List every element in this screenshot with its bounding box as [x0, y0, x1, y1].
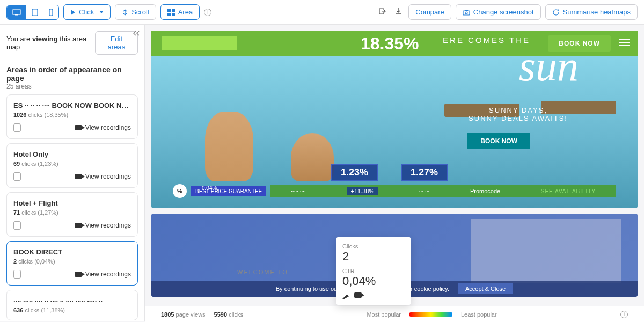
hero-image [184, 58, 387, 176]
device-selector [6, 5, 59, 20]
svg-rect-0 [13, 10, 20, 14]
tooltip-clicks-label: Clicks [342, 243, 405, 250]
search-bar: % 0.04%BEST PRICE GUARANTEE ····· ···· +… [173, 184, 616, 199]
click-tool-btn[interactable]: Click [63, 4, 111, 20]
mobile-device-btn[interactable] [43, 5, 58, 19]
desktop-device-btn[interactable] [7, 5, 26, 19]
view-recordings-link[interactable]: View recordings [75, 173, 131, 180]
area-title: ES ·· ·· ·· ···· BOOK NOW BOOK NOW Resor… [13, 101, 131, 109]
footer-stats: 1805 page views 5590 clicks Most popular… [145, 306, 644, 322]
view-recordings-link[interactable]: View recordings [75, 270, 131, 278]
tablet-device-btn[interactable] [26, 5, 43, 19]
scroll-tool-btn[interactable]: Scroll [115, 4, 156, 20]
svg-point-9 [465, 12, 467, 14]
area-pct-overlay: +11.38% [347, 187, 379, 195]
info-icon[interactable]: i [204, 9, 211, 16]
svg-rect-8 [463, 11, 470, 15]
summarise-btn[interactable]: Summarise heatmaps [545, 4, 638, 20]
download-icon[interactable] [392, 5, 404, 19]
svg-rect-10 [465, 10, 468, 11]
svg-rect-1 [15, 14, 18, 16]
hamburger-icon[interactable] [619, 39, 630, 46]
area-pct-overlay: 1.27% [401, 164, 448, 181]
copy-icon[interactable] [13, 123, 21, 132]
area-title: ···· ····· ···· ·· ···· ·· ···· ····· ··… [13, 297, 131, 305]
accept-cookies-btn[interactable]: Accept & Close [458, 283, 513, 294]
scroll-icon [122, 9, 128, 16]
play-icon [70, 9, 76, 16]
scroll-label: Scroll [131, 8, 149, 16]
area-title: BOOK DIRECT [13, 248, 131, 256]
hero-script-text: sun [519, 42, 579, 91]
sidebar: You are viewing this area map Edit areas… [0, 25, 145, 321]
area-item[interactable]: ···· ····· ···· ·· ···· ·· ···· ····· ··… [6, 290, 138, 320]
welcome-text: WELCOME TO [237, 269, 288, 275]
search-fields[interactable]: ····· ···· +11.38% ··· ··· Promocode SEE… [270, 185, 616, 197]
click-label: Click [79, 8, 94, 16]
area-item[interactable]: BOOK DIRECT 2 clicks (0,04%) View record… [6, 241, 138, 286]
availability-btn[interactable]: SEE AVAILABILITY [541, 188, 596, 194]
heatmap-preview: 18.35% ERE COMES THE BOOK NOW sun SUNNY … [145, 25, 644, 321]
hero-tagline: ERE COMES THE [443, 35, 530, 45]
legend-least: Least popular [461, 311, 497, 318]
area-tool-btn[interactable]: Area [160, 4, 200, 20]
view-recordings-link[interactable]: View recordings [75, 222, 131, 229]
copy-icon[interactable] [13, 172, 21, 181]
hero-subtitle: SUNNY DAYS,SUNNY DEALS AWAITS! [469, 106, 568, 122]
area-label: Area [178, 8, 193, 16]
camera-icon [463, 9, 470, 16]
chevron-down-icon [99, 11, 104, 13]
legend-popular: Most popular [367, 311, 401, 318]
book-now-cta[interactable]: BOOK NOW [467, 133, 530, 149]
svg-rect-4 [167, 9, 171, 12]
area-icon [167, 9, 175, 16]
area-item[interactable]: ES ·· ·· ·· ···· BOOK NOW BOOK NOW Resor… [6, 94, 138, 139]
edit-icon[interactable] [342, 292, 349, 299]
share-icon[interactable] [376, 5, 388, 19]
camera-icon [75, 125, 82, 130]
heatmap-legend [409, 312, 452, 317]
camera-icon [75, 174, 82, 179]
area-pct-overlay: 18.35% [361, 34, 419, 54]
tooltip-ctr-value: 0,04% [342, 274, 405, 288]
change-screenshot-btn[interactable]: Change screenshot [456, 4, 541, 20]
hero-section: 18.35% ERE COMES THE BOOK NOW sun SUNNY … [151, 31, 638, 208]
copy-icon[interactable] [13, 221, 21, 230]
promocode-label: Promocode [470, 188, 500, 194]
svg-rect-3 [49, 9, 53, 16]
info-icon[interactable]: i [620, 311, 628, 318]
area-item[interactable]: Hotel Only 69 clicks (1,23%) View record… [6, 143, 138, 188]
refresh-icon [552, 9, 560, 16]
areas-count: 25 areas [6, 83, 138, 90]
compare-btn[interactable]: Compare [408, 4, 451, 20]
area-pct-overlay: 1.23% [331, 164, 378, 181]
svg-rect-5 [172, 9, 175, 12]
areas-heading: Areas in order of appearance on page [6, 65, 138, 83]
area-title: Hotel Only [13, 150, 131, 158]
discount-badge: % [173, 184, 187, 198]
tooltip-clicks-value: 2 [342, 250, 405, 264]
book-direct-area[interactable]: 0.04%BEST PRICE GUARANTEE [191, 186, 266, 196]
camera-icon [75, 272, 82, 277]
logo-placeholder [162, 36, 237, 50]
svg-rect-7 [172, 13, 175, 16]
area-title: Hotel + Flight [13, 199, 131, 207]
area-tooltip: Clicks 2 CTR 0,04% [336, 237, 411, 305]
svg-rect-2 [32, 9, 38, 16]
camera-icon [75, 223, 82, 228]
collapse-sidebar-btn[interactable] [131, 29, 140, 39]
area-item[interactable]: Hotel + Flight 71 clicks (1,27%) View re… [6, 192, 138, 237]
svg-rect-6 [167, 13, 171, 16]
copy-icon[interactable] [13, 270, 21, 279]
viewing-status: You are viewing this area map [6, 35, 95, 51]
view-recordings-link[interactable]: View recordings [75, 124, 131, 131]
tooltip-ctr-label: CTR [342, 268, 405, 274]
top-toolbar: Click Scroll Area i Compare Change scree… [0, 0, 644, 25]
camera-icon[interactable] [354, 292, 362, 298]
